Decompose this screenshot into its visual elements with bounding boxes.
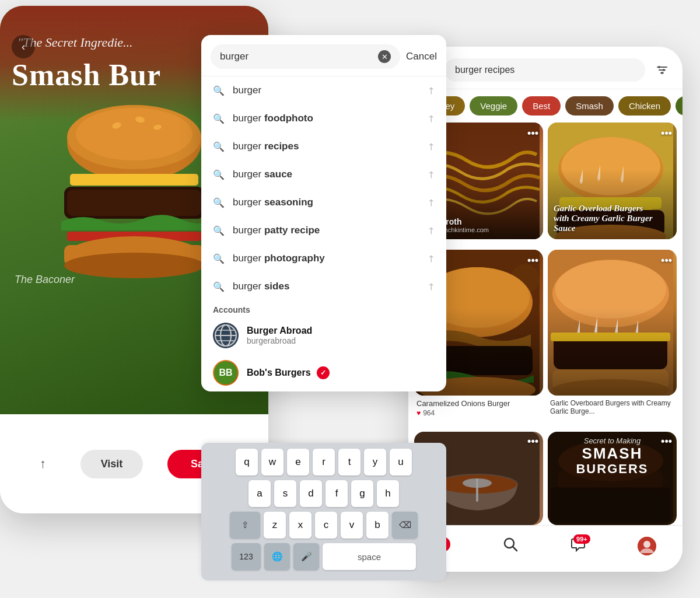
key-mic[interactable]: 🎤 xyxy=(293,543,319,570)
chip-veggie[interactable]: Veggie xyxy=(470,96,517,116)
key-h[interactable]: h xyxy=(377,480,399,507)
smash-burgers-overlay-text: Secret to Making SMASH BURGERS xyxy=(554,436,671,477)
svg-point-23 xyxy=(658,66,660,68)
cancel-search-button[interactable]: Cancel xyxy=(406,51,437,62)
suggestion-burger-seasoning[interactable]: 🔍 burger seasoning ↗ xyxy=(201,188,446,216)
svg-point-12 xyxy=(64,253,204,278)
pin-image-garlic-overboard: ••• xyxy=(548,250,677,396)
pin-card-smash-burgers[interactable]: Secret to Making SMASH BURGERS ••• xyxy=(548,432,677,531)
bobs-burgers-avatar: BB xyxy=(213,360,239,386)
key-e[interactable]: e xyxy=(287,449,309,475)
svg-point-2 xyxy=(76,108,192,160)
pin-card-garlic-overboard[interactable]: ••• Garlic Overboard Burgers with Creamy… xyxy=(548,250,677,426)
arrow-icon: ↗ xyxy=(424,252,438,265)
suggestion-burger-sides[interactable]: 🔍 burger sides ↗ xyxy=(201,272,446,300)
filter-icon xyxy=(656,64,668,76)
pin-dark-overlay xyxy=(548,250,677,396)
suggestion-burger[interactable]: 🔍 burger ↗ xyxy=(201,76,446,104)
pin-menu-button[interactable]: ••• xyxy=(661,127,672,139)
svg-point-24 xyxy=(663,69,665,71)
suggestion-burger-photography[interactable]: 🔍 burger photography ↗ xyxy=(201,244,446,272)
key-b[interactable]: b xyxy=(366,512,388,538)
key-x[interactable]: x xyxy=(289,512,312,538)
notifications-icon-container: 99+ xyxy=(570,537,586,555)
search-icon: 🔍 xyxy=(213,113,225,124)
clear-input-button[interactable]: ✕ xyxy=(378,50,391,63)
key-delete[interactable]: ⌫ xyxy=(392,512,418,538)
search-results-phone: ‹ burger recipes Turkey Veggie Best Smas… xyxy=(408,47,682,572)
arrow-icon: ↗ xyxy=(424,196,438,209)
burger-illustration xyxy=(52,93,216,315)
account-burger-abroad[interactable]: Burger Abroad burgerabroad xyxy=(201,317,446,354)
filter-chips-row: Turkey Veggie Best Smash Chicken › xyxy=(408,89,682,123)
search-results-bar[interactable]: burger recipes xyxy=(444,58,645,82)
pin-menu-button[interactable]: ••• xyxy=(661,435,672,447)
key-f[interactable]: f xyxy=(326,480,348,507)
svg-text:BB: BB xyxy=(219,368,232,377)
nav-search[interactable] xyxy=(503,537,518,555)
search-icon: 🔍 xyxy=(213,197,225,208)
search-icon-svg xyxy=(503,537,518,552)
search-bar-row: ✕ Cancel xyxy=(201,35,446,76)
key-r[interactable]: r xyxy=(313,449,335,475)
burger-abroad-name: Burger Abroad xyxy=(247,326,312,336)
share-button[interactable]: ↑ xyxy=(30,451,56,477)
chip-chicken[interactable]: Chicken xyxy=(618,96,671,116)
search-icon: 🔍 xyxy=(213,169,225,180)
key-y[interactable]: y xyxy=(364,449,386,475)
suggestion-burger-patty-recipe[interactable]: 🔍 burger patty recipe ↗ xyxy=(201,216,446,244)
svg-line-61 xyxy=(513,547,517,551)
virtual-keyboard: q w e r t y u a s d f g h ⇧ z x c v b ⌫ … xyxy=(201,443,446,580)
nav-notifications[interactable]: 99+ xyxy=(570,537,586,555)
chip-more[interactable]: › xyxy=(676,96,682,116)
pin-menu-button[interactable]: ••• xyxy=(527,254,538,267)
garlic-visual: Garlic Overload Burgerswith Creamy Garli… xyxy=(548,123,677,239)
suggestion-burger-foodphoto[interactable]: 🔍 burger foodphoto ↗ xyxy=(201,104,446,132)
chip-smash[interactable]: Smash xyxy=(565,96,614,116)
visit-button[interactable]: Visit xyxy=(80,450,144,478)
key-v[interactable]: v xyxy=(341,512,363,538)
key-shift[interactable]: ⇧ xyxy=(230,512,260,538)
key-t[interactable]: t xyxy=(338,449,360,475)
key-numbers[interactable]: 123 xyxy=(232,543,261,570)
suggestion-text: burger recipes xyxy=(233,141,299,152)
keyboard-row-1: q w e r t y u xyxy=(204,449,444,475)
keyboard-row-2: a s d f g h xyxy=(204,480,444,507)
key-z[interactable]: z xyxy=(264,512,286,538)
bottom-navigation: P 99+ xyxy=(408,525,682,572)
key-u[interactable]: u xyxy=(390,449,412,475)
account-bobs-burgers[interactable]: BB Bob's Burgers ✓ xyxy=(201,354,446,391)
key-globe[interactable]: 🌐 xyxy=(264,543,290,570)
nav-profile[interactable] xyxy=(638,537,656,555)
arrow-icon: ↗ xyxy=(424,112,438,125)
pin-card-garlic-overload[interactable]: Garlic Overload Burgerswith Creamy Garli… xyxy=(548,123,677,245)
key-g[interactable]: g xyxy=(351,480,373,507)
watermark-text: The Baconer xyxy=(15,274,75,286)
pin-menu-button[interactable]: ••• xyxy=(527,435,538,447)
keyboard-row-4: 123 🌐 🎤 space xyxy=(204,543,444,570)
burger-abroad-avatar xyxy=(213,323,239,348)
verified-badge: ✓ xyxy=(317,366,330,379)
key-c[interactable]: c xyxy=(315,512,337,538)
suggestion-burger-sauce[interactable]: 🔍 burger sauce ↗ xyxy=(201,160,446,188)
key-space[interactable]: space xyxy=(323,543,416,570)
suggestion-text: burger seasoning xyxy=(233,197,313,208)
heart-icon: ♥ xyxy=(416,409,421,417)
key-d[interactable]: d xyxy=(300,480,322,507)
burger-abroad-info: Burger Abroad burgerabroad xyxy=(247,326,312,345)
svg-point-63 xyxy=(643,541,650,548)
suggestion-burger-recipes[interactable]: 🔍 burger recipes ↗ xyxy=(201,132,446,160)
pin-menu-button[interactable]: ••• xyxy=(527,127,538,139)
back-button[interactable]: ‹ xyxy=(12,35,35,58)
filter-button[interactable] xyxy=(651,59,673,81)
key-w[interactable]: w xyxy=(261,449,284,475)
chip-best[interactable]: Best xyxy=(522,96,561,116)
search-input-container: ✕ xyxy=(211,44,400,69)
pin-image-smash-burgers: Secret to Making SMASH BURGERS ••• xyxy=(548,432,677,525)
suggestion-text: burger patty recipe xyxy=(233,225,320,236)
pin-menu-button[interactable]: ••• xyxy=(661,254,672,267)
key-s[interactable]: s xyxy=(274,480,296,507)
search-input[interactable] xyxy=(220,51,373,62)
key-q[interactable]: q xyxy=(236,449,258,475)
key-a[interactable]: a xyxy=(249,480,271,507)
